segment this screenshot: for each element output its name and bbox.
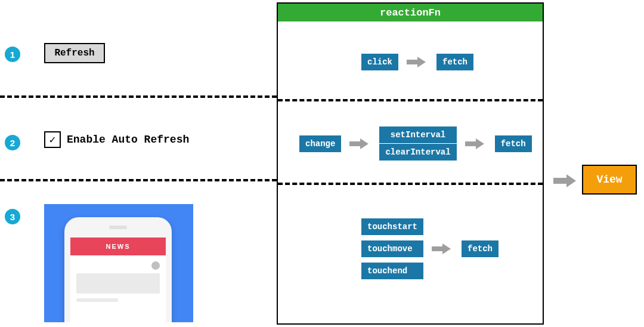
arrow-right-icon: [407, 57, 428, 67]
arrow-right-icon: [465, 138, 487, 149]
phone-speaker: [109, 226, 127, 229]
auto-refresh-checkbox-row: ✓ Enable Auto Refresh: [44, 131, 189, 148]
step-marker-1: 1: [5, 47, 20, 62]
result-tag-fetch: fetch: [436, 54, 473, 70]
tag-touchend: touchend: [361, 263, 423, 279]
event-tag-click: click: [361, 54, 398, 70]
panel-title: reactionFn: [278, 4, 543, 21]
phone-loading-dot: [151, 261, 160, 270]
auto-refresh-checkbox[interactable]: ✓: [44, 131, 61, 148]
interval-tag-stack: setInterval clearInterval: [379, 127, 456, 161]
phone-list-item: [76, 273, 160, 294]
arrow-right-icon: [432, 243, 453, 254]
panel-divider: [278, 99, 543, 101]
phone-screen[interactable]: NEWS: [70, 237, 166, 322]
flow-row-2: change setInterval clearInterval fetch: [299, 127, 532, 161]
phone-mock-tile: NEWS: [44, 204, 193, 322]
tag-setinterval: setInterval: [379, 127, 456, 144]
divider: [0, 179, 277, 181]
auto-refresh-label: Enable Auto Refresh: [67, 134, 189, 146]
step-marker-3: 3: [5, 209, 20, 224]
tag-clearinterval: clearInterval: [379, 144, 456, 161]
tag-touchmove: touchmove: [361, 240, 423, 258]
phone-list-item: [76, 298, 118, 302]
event-tag-change: change: [299, 135, 341, 152]
touch-tag-stack: touchstart touchmove touchend: [361, 218, 423, 279]
arrow-right-icon: [553, 174, 578, 187]
tag-touchstart: touchstart: [361, 218, 423, 236]
flow-row-1: click fetch: [361, 54, 473, 70]
arrow-right-icon: [349, 138, 371, 149]
view-output-box: View: [582, 165, 637, 195]
step-marker-2: 2: [5, 135, 20, 150]
reactionfn-panel: reactionFn click fetch change setInterva…: [277, 2, 544, 325]
phone-title-bar: NEWS: [70, 237, 166, 255]
phone-content: [70, 255, 166, 308]
phone-body: NEWS: [64, 217, 172, 322]
flow-row-3: touchstart touchmove touchend fetch: [361, 218, 499, 279]
refresh-button[interactable]: Refresh: [44, 43, 105, 63]
divider: [0, 95, 277, 98]
result-tag-fetch: fetch: [495, 135, 532, 152]
result-tag-fetch: fetch: [462, 240, 499, 257]
panel-divider: [278, 183, 543, 185]
